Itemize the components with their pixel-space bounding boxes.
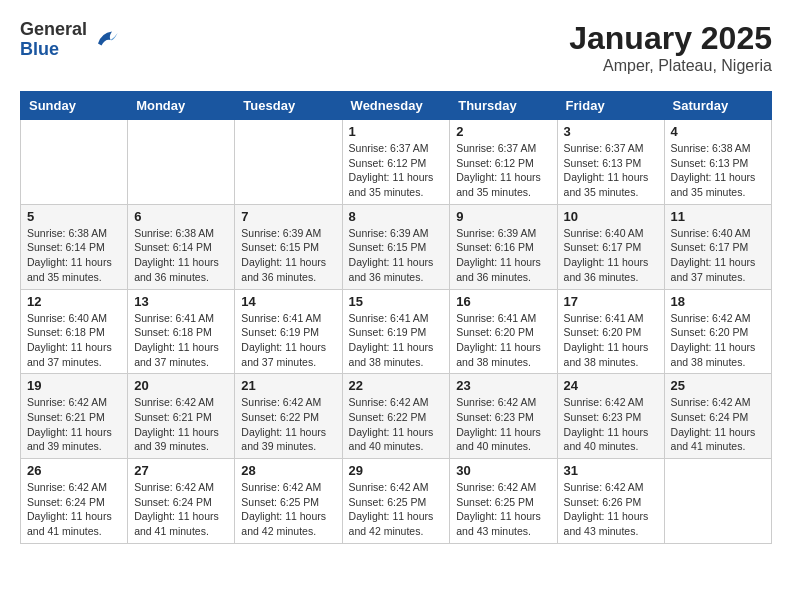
weekday-header-wednesday: Wednesday	[342, 92, 450, 120]
calendar-title: January 2025	[569, 20, 772, 57]
calendar-day-2: 2Sunrise: 6:37 AMSunset: 6:12 PMDaylight…	[450, 120, 557, 205]
weekday-header-thursday: Thursday	[450, 92, 557, 120]
weekday-header-monday: Monday	[128, 92, 235, 120]
day-info: Sunrise: 6:41 AMSunset: 6:18 PMDaylight:…	[134, 311, 228, 370]
day-info: Sunrise: 6:40 AMSunset: 6:17 PMDaylight:…	[564, 226, 658, 285]
day-number: 23	[456, 378, 550, 393]
day-number: 28	[241, 463, 335, 478]
calendar-day-3: 3Sunrise: 6:37 AMSunset: 6:13 PMDaylight…	[557, 120, 664, 205]
calendar-day-21: 21Sunrise: 6:42 AMSunset: 6:22 PMDayligh…	[235, 374, 342, 459]
day-info: Sunrise: 6:41 AMSunset: 6:19 PMDaylight:…	[241, 311, 335, 370]
calendar-day-23: 23Sunrise: 6:42 AMSunset: 6:23 PMDayligh…	[450, 374, 557, 459]
calendar-day-10: 10Sunrise: 6:40 AMSunset: 6:17 PMDayligh…	[557, 204, 664, 289]
calendar-day-16: 16Sunrise: 6:41 AMSunset: 6:20 PMDayligh…	[450, 289, 557, 374]
day-number: 14	[241, 294, 335, 309]
day-info: Sunrise: 6:39 AMSunset: 6:15 PMDaylight:…	[349, 226, 444, 285]
day-info: Sunrise: 6:42 AMSunset: 6:25 PMDaylight:…	[241, 480, 335, 539]
day-info: Sunrise: 6:40 AMSunset: 6:18 PMDaylight:…	[27, 311, 121, 370]
calendar-day-9: 9Sunrise: 6:39 AMSunset: 6:16 PMDaylight…	[450, 204, 557, 289]
day-info: Sunrise: 6:42 AMSunset: 6:20 PMDaylight:…	[671, 311, 765, 370]
calendar-day-30: 30Sunrise: 6:42 AMSunset: 6:25 PMDayligh…	[450, 459, 557, 544]
weekday-header-row: SundayMondayTuesdayWednesdayThursdayFrid…	[21, 92, 772, 120]
logo-blue: Blue	[20, 40, 87, 60]
calendar-week-row: 1Sunrise: 6:37 AMSunset: 6:12 PMDaylight…	[21, 120, 772, 205]
day-number: 6	[134, 209, 228, 224]
weekday-header-saturday: Saturday	[664, 92, 771, 120]
day-number: 8	[349, 209, 444, 224]
day-number: 15	[349, 294, 444, 309]
calendar-day-5: 5Sunrise: 6:38 AMSunset: 6:14 PMDaylight…	[21, 204, 128, 289]
day-number: 7	[241, 209, 335, 224]
day-number: 31	[564, 463, 658, 478]
calendar-day-19: 19Sunrise: 6:42 AMSunset: 6:21 PMDayligh…	[21, 374, 128, 459]
day-number: 2	[456, 124, 550, 139]
day-info: Sunrise: 6:39 AMSunset: 6:16 PMDaylight:…	[456, 226, 550, 285]
logo-bird-icon	[91, 26, 119, 54]
calendar-day-4: 4Sunrise: 6:38 AMSunset: 6:13 PMDaylight…	[664, 120, 771, 205]
calendar-empty-cell	[128, 120, 235, 205]
day-info: Sunrise: 6:42 AMSunset: 6:22 PMDaylight:…	[241, 395, 335, 454]
day-info: Sunrise: 6:42 AMSunset: 6:24 PMDaylight:…	[27, 480, 121, 539]
day-number: 22	[349, 378, 444, 393]
day-number: 11	[671, 209, 765, 224]
logo: General Blue	[20, 20, 119, 60]
weekday-header-sunday: Sunday	[21, 92, 128, 120]
day-number: 17	[564, 294, 658, 309]
calendar-table: SundayMondayTuesdayWednesdayThursdayFrid…	[20, 91, 772, 544]
calendar-week-row: 12Sunrise: 6:40 AMSunset: 6:18 PMDayligh…	[21, 289, 772, 374]
logo-text: General Blue	[20, 20, 87, 60]
calendar-day-8: 8Sunrise: 6:39 AMSunset: 6:15 PMDaylight…	[342, 204, 450, 289]
day-number: 3	[564, 124, 658, 139]
day-number: 21	[241, 378, 335, 393]
day-number: 18	[671, 294, 765, 309]
weekday-header-tuesday: Tuesday	[235, 92, 342, 120]
calendar-day-27: 27Sunrise: 6:42 AMSunset: 6:24 PMDayligh…	[128, 459, 235, 544]
day-number: 29	[349, 463, 444, 478]
day-info: Sunrise: 6:42 AMSunset: 6:25 PMDaylight:…	[456, 480, 550, 539]
logo-general: General	[20, 20, 87, 40]
calendar-day-12: 12Sunrise: 6:40 AMSunset: 6:18 PMDayligh…	[21, 289, 128, 374]
day-number: 5	[27, 209, 121, 224]
day-info: Sunrise: 6:42 AMSunset: 6:21 PMDaylight:…	[27, 395, 121, 454]
calendar-week-row: 19Sunrise: 6:42 AMSunset: 6:21 PMDayligh…	[21, 374, 772, 459]
calendar-day-25: 25Sunrise: 6:42 AMSunset: 6:24 PMDayligh…	[664, 374, 771, 459]
day-number: 24	[564, 378, 658, 393]
calendar-day-20: 20Sunrise: 6:42 AMSunset: 6:21 PMDayligh…	[128, 374, 235, 459]
day-info: Sunrise: 6:37 AMSunset: 6:12 PMDaylight:…	[456, 141, 550, 200]
calendar-week-row: 5Sunrise: 6:38 AMSunset: 6:14 PMDaylight…	[21, 204, 772, 289]
day-info: Sunrise: 6:37 AMSunset: 6:13 PMDaylight:…	[564, 141, 658, 200]
day-info: Sunrise: 6:41 AMSunset: 6:20 PMDaylight:…	[564, 311, 658, 370]
calendar-week-row: 26Sunrise: 6:42 AMSunset: 6:24 PMDayligh…	[21, 459, 772, 544]
day-info: Sunrise: 6:42 AMSunset: 6:25 PMDaylight:…	[349, 480, 444, 539]
calendar-day-7: 7Sunrise: 6:39 AMSunset: 6:15 PMDaylight…	[235, 204, 342, 289]
day-info: Sunrise: 6:42 AMSunset: 6:26 PMDaylight:…	[564, 480, 658, 539]
day-number: 27	[134, 463, 228, 478]
calendar-subtitle: Amper, Plateau, Nigeria	[569, 57, 772, 75]
page-header: General Blue January 2025 Amper, Plateau…	[20, 20, 772, 75]
calendar-day-15: 15Sunrise: 6:41 AMSunset: 6:19 PMDayligh…	[342, 289, 450, 374]
day-info: Sunrise: 6:38 AMSunset: 6:14 PMDaylight:…	[27, 226, 121, 285]
calendar-day-26: 26Sunrise: 6:42 AMSunset: 6:24 PMDayligh…	[21, 459, 128, 544]
day-number: 20	[134, 378, 228, 393]
day-number: 13	[134, 294, 228, 309]
day-info: Sunrise: 6:41 AMSunset: 6:20 PMDaylight:…	[456, 311, 550, 370]
day-info: Sunrise: 6:41 AMSunset: 6:19 PMDaylight:…	[349, 311, 444, 370]
calendar-empty-cell	[21, 120, 128, 205]
calendar-day-1: 1Sunrise: 6:37 AMSunset: 6:12 PMDaylight…	[342, 120, 450, 205]
day-info: Sunrise: 6:42 AMSunset: 6:23 PMDaylight:…	[456, 395, 550, 454]
day-info: Sunrise: 6:37 AMSunset: 6:12 PMDaylight:…	[349, 141, 444, 200]
calendar-day-13: 13Sunrise: 6:41 AMSunset: 6:18 PMDayligh…	[128, 289, 235, 374]
day-number: 30	[456, 463, 550, 478]
day-info: Sunrise: 6:40 AMSunset: 6:17 PMDaylight:…	[671, 226, 765, 285]
calendar-day-17: 17Sunrise: 6:41 AMSunset: 6:20 PMDayligh…	[557, 289, 664, 374]
day-number: 16	[456, 294, 550, 309]
calendar-day-6: 6Sunrise: 6:38 AMSunset: 6:14 PMDaylight…	[128, 204, 235, 289]
calendar-day-11: 11Sunrise: 6:40 AMSunset: 6:17 PMDayligh…	[664, 204, 771, 289]
day-number: 12	[27, 294, 121, 309]
title-block: January 2025 Amper, Plateau, Nigeria	[569, 20, 772, 75]
day-info: Sunrise: 6:42 AMSunset: 6:22 PMDaylight:…	[349, 395, 444, 454]
calendar-day-24: 24Sunrise: 6:42 AMSunset: 6:23 PMDayligh…	[557, 374, 664, 459]
day-number: 9	[456, 209, 550, 224]
calendar-day-28: 28Sunrise: 6:42 AMSunset: 6:25 PMDayligh…	[235, 459, 342, 544]
day-info: Sunrise: 6:39 AMSunset: 6:15 PMDaylight:…	[241, 226, 335, 285]
